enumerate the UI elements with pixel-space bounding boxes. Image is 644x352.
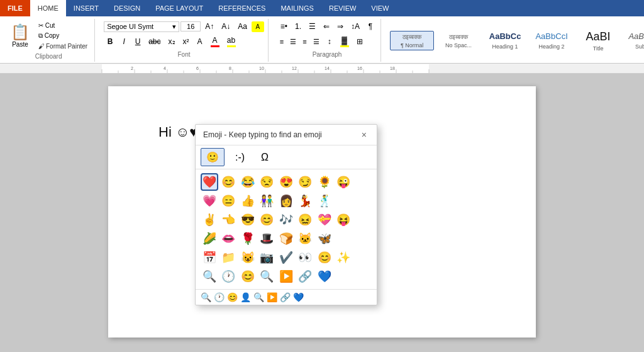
emoji-cell-19[interactable]: 👈: [219, 211, 237, 229]
emoji-tab-symbol[interactable]: Ω: [255, 149, 274, 166]
emoji-cell-3[interactable]: 😒: [258, 173, 275, 191]
highlight-color-button[interactable]: ab: [224, 34, 239, 49]
emoji-cell-6[interactable]: 🌻: [316, 173, 333, 191]
emoji-cell-0[interactable]: ❤️: [201, 173, 218, 191]
tab-insert[interactable]: INSERT: [66, 0, 106, 16]
font-name-dropdown[interactable]: Segoe UI Symt ▾: [104, 21, 179, 32]
tab-page-layout[interactable]: PAGE LAYOUT: [148, 0, 211, 16]
tab-mailings[interactable]: MAILINGS: [273, 0, 321, 16]
emoji-cell-7[interactable]: 😜: [335, 173, 352, 191]
italic-button[interactable]: I: [118, 35, 130, 48]
tab-home[interactable]: HOME: [30, 0, 66, 16]
emoji-cell-21[interactable]: 😊: [258, 211, 275, 229]
font-color-button[interactable]: A: [208, 34, 223, 49]
tab-review[interactable]: REVIEW: [321, 0, 364, 16]
tab-file[interactable]: FILE: [0, 0, 30, 16]
emoji-cell-25[interactable]: 😝: [335, 211, 352, 229]
change-case-button[interactable]: Aa: [235, 20, 250, 33]
emoji-cell-36[interactable]: 📅: [201, 249, 218, 266]
align-center-button[interactable]: ☰: [287, 37, 299, 47]
emoji-heart-icon[interactable]: 💙: [293, 292, 304, 302]
emoji-cell-53[interactable]: [354, 268, 372, 285]
emoji-link-icon[interactable]: 🔗: [280, 292, 291, 302]
emoji-person-icon[interactable]: 👤: [240, 292, 251, 302]
font-size-input[interactable]: 16: [180, 21, 201, 31]
emoji-cell-13[interactable]: 👩: [277, 192, 295, 210]
emoji-clock-icon[interactable]: 🕐: [214, 292, 225, 302]
tab-references[interactable]: REFERENCES: [211, 0, 273, 16]
emoji-cell-48[interactable]: 🔍: [258, 268, 275, 285]
emoji-cell-34[interactable]: [335, 230, 352, 247]
superscript-button[interactable]: x²: [180, 35, 192, 48]
paste-button[interactable]: 📋 Paste: [6, 21, 34, 50]
emoji-magnify-icon[interactable]: 🔍: [253, 292, 264, 302]
bold-button[interactable]: B: [104, 35, 116, 48]
align-right-button[interactable]: ≡: [300, 37, 309, 47]
emoji-cell-47[interactable]: 😊: [239, 268, 257, 285]
style-heading2[interactable]: AaBbCcI Heading 2: [530, 29, 574, 51]
shading-button[interactable]: ▓: [337, 34, 352, 49]
emoji-smiley-icon[interactable]: 😊: [227, 292, 238, 302]
sort-button[interactable]: ↕A: [348, 20, 363, 33]
numbering-button[interactable]: 1.: [292, 20, 304, 33]
align-left-button[interactable]: ≡: [277, 37, 286, 47]
emoji-cell-44[interactable]: [354, 249, 372, 266]
emoji-cell-18[interactable]: ✌️: [201, 211, 218, 229]
justify-button[interactable]: ☰: [311, 37, 322, 47]
style-subtitle[interactable]: AaBbCcI Subtitle: [623, 29, 644, 51]
bullets-button[interactable]: ≡•: [277, 20, 291, 33]
emoji-cell-52[interactable]: [335, 268, 352, 285]
emoji-cell-15[interactable]: 🕺: [316, 192, 333, 210]
style-title[interactable]: AaBI Title: [576, 27, 620, 54]
emoji-search-icon[interactable]: 🔍: [201, 292, 211, 302]
tab-view[interactable]: VIEW: [364, 0, 396, 16]
emoji-cell-10[interactable]: 😑: [219, 192, 237, 210]
emoji-cell-27[interactable]: 🌽: [201, 230, 218, 247]
emoji-cell-20[interactable]: 😎: [239, 211, 257, 229]
increase-indent-button[interactable]: ⇒: [334, 20, 347, 33]
style-heading1[interactable]: AaBbCc Heading 1: [483, 29, 527, 51]
emoji-cell-1[interactable]: 😊: [219, 173, 237, 191]
emoji-cell-9[interactable]: 💗: [201, 192, 218, 210]
emoji-cell-12[interactable]: 👫: [258, 192, 275, 210]
emoji-cell-39[interactable]: 📷: [258, 249, 275, 266]
emoji-cell-22[interactable]: 🎶: [277, 211, 295, 229]
multilevel-button[interactable]: ☰: [306, 20, 319, 33]
emoji-tab-emoji[interactable]: 🙂: [201, 148, 225, 166]
emoji-cell-33[interactable]: 🦋: [316, 230, 333, 247]
emoji-cell-49[interactable]: ▶️: [277, 268, 295, 285]
emoji-cell-14[interactable]: 💃: [296, 192, 314, 210]
emoji-cell-38[interactable]: 😺: [239, 249, 257, 266]
emoji-cell-41[interactable]: 👀: [296, 249, 314, 266]
emoji-cell-30[interactable]: 🎩: [258, 230, 275, 247]
decrease-indent-button[interactable]: ⇐: [320, 20, 333, 33]
copy-button[interactable]: ⧉ Copy: [35, 31, 91, 41]
emoji-tab-emoticon[interactable]: :-): [230, 149, 250, 166]
emoji-cell-29[interactable]: 🌹: [239, 230, 257, 247]
emoji-cell-8[interactable]: [354, 173, 372, 191]
cut-button[interactable]: ✂ Cut: [35, 21, 91, 30]
emoji-cell-42[interactable]: 😊: [316, 249, 333, 266]
font-size-up-button[interactable]: A↑: [202, 20, 217, 33]
font-size-down-button[interactable]: A↓: [218, 20, 233, 33]
emoji-cell-4[interactable]: 😍: [277, 173, 295, 191]
line-spacing-button[interactable]: ↕: [323, 35, 336, 48]
emoji-cell-5[interactable]: 😏: [296, 173, 314, 191]
emoji-cell-43[interactable]: ✨: [335, 249, 352, 266]
emoji-cell-37[interactable]: 📁: [219, 249, 237, 266]
emoji-cell-16[interactable]: [335, 192, 352, 210]
emoji-cell-26[interactable]: [354, 211, 372, 229]
text-highlight-button[interactable]: A: [252, 21, 264, 32]
emoji-cell-31[interactable]: 🍞: [277, 230, 295, 247]
emoji-cell-32[interactable]: 🐱: [296, 230, 314, 247]
emoji-cell-40[interactable]: ✔️: [277, 249, 295, 266]
emoji-play-icon[interactable]: ▶️: [267, 292, 277, 302]
clear-format-button[interactable]: A: [194, 35, 206, 48]
underline-button[interactable]: U: [131, 35, 144, 48]
emoji-cell-51[interactable]: 💙: [316, 268, 333, 285]
emoji-cell-2[interactable]: 😂: [239, 173, 257, 191]
emoji-cell-17[interactable]: [354, 192, 372, 210]
emoji-cell-11[interactable]: 👍: [239, 192, 257, 210]
emoji-cell-50[interactable]: 🔗: [296, 268, 314, 285]
tab-design[interactable]: DESIGN: [106, 0, 148, 16]
